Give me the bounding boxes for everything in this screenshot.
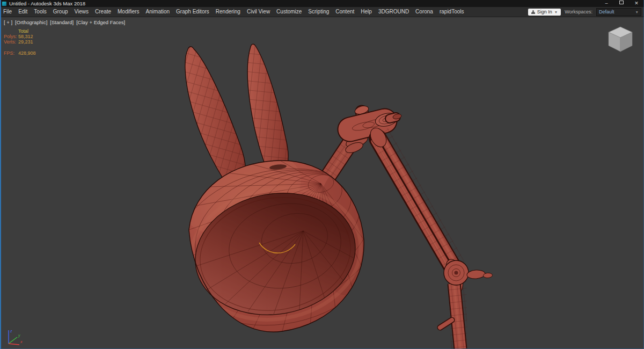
menu-rendering[interactable]: Rendering xyxy=(213,7,244,17)
menu-corona[interactable]: Corona xyxy=(412,7,436,17)
chevron-down-icon: ▼ xyxy=(554,10,558,14)
axis-x-label: x xyxy=(20,340,23,344)
stats-fps-label: FPS: xyxy=(4,50,18,56)
max-window: { "window": { "title": "Untitled - Autod… xyxy=(0,0,644,349)
menu-graph-editors[interactable]: Graph Editors xyxy=(173,7,213,17)
menu-file[interactable]: File xyxy=(0,7,15,17)
lamp-post xyxy=(440,275,469,349)
stats-polys-value: 58,312 xyxy=(18,34,33,39)
viewcube[interactable] xyxy=(603,21,638,56)
window-border-left xyxy=(0,0,1,349)
maximize-button[interactable] xyxy=(614,0,629,7)
stats-verts-value: 29,231 xyxy=(18,39,33,45)
user-icon xyxy=(531,10,535,14)
menu-edit[interactable]: Edit xyxy=(15,7,31,17)
axis-y-label: y xyxy=(18,333,20,338)
menu-animation[interactable]: Animation xyxy=(143,7,173,17)
menubar-right-cluster: Sign In ▼ Workspaces: Default ▼ xyxy=(528,8,644,16)
workspaces-label: Workspaces: xyxy=(565,9,592,14)
viewport-menu-pov[interactable]: [Orthographic] xyxy=(15,19,47,25)
title-bar: Untitled - Autodesk 3ds Max 2018 – ✕ xyxy=(0,0,644,7)
lampshade xyxy=(159,136,401,344)
ear-left xyxy=(185,47,245,183)
workspace-dropdown[interactable]: Default ▼ xyxy=(596,8,641,16)
menu-views[interactable]: Views xyxy=(71,7,92,17)
menu-modifiers[interactable]: Modifiers xyxy=(114,7,143,17)
window-title: Untitled - Autodesk 3ds Max 2018 xyxy=(9,0,85,7)
arm-segment xyxy=(365,125,470,282)
viewport-label: [ + ] [Orthographic] [Standard] [Clay + … xyxy=(4,19,125,25)
minimize-button[interactable]: – xyxy=(599,0,614,7)
axis-z-label: z xyxy=(10,329,12,333)
stats-fps-value: 428,908 xyxy=(18,50,36,56)
menu-civil-view[interactable]: Civil View xyxy=(244,7,273,17)
menu-3dground[interactable]: 3DGROUND xyxy=(375,7,412,17)
menu-customize[interactable]: Customize xyxy=(273,7,305,17)
menu-scripting[interactable]: Scripting xyxy=(305,7,332,17)
menu-content[interactable]: Content xyxy=(332,7,357,17)
menu-rapidtools[interactable]: rapidTools xyxy=(436,7,467,17)
stats-verts-label: Verts: xyxy=(4,39,18,45)
wing-nut xyxy=(466,270,485,279)
statistics-overlay: Total Polys:58,312 Verts:29,231 FPS:428,… xyxy=(4,28,36,56)
menu-create[interactable]: Create xyxy=(92,7,114,17)
menu-bar: File Edit Tools Group Views Create Modif… xyxy=(0,7,644,17)
viewport-menu-shading[interactable]: [Clay + Edged Faces] xyxy=(76,19,125,25)
world-axis-gizmo: z y x xyxy=(2,326,24,348)
restore-icon xyxy=(619,1,624,4)
stats-total-header: Total xyxy=(18,28,28,34)
chevron-down-icon: ▼ xyxy=(635,10,639,14)
stats-polys-label: Polys: xyxy=(4,34,18,39)
menu-group[interactable]: Group xyxy=(50,7,71,17)
menu-help[interactable]: Help xyxy=(357,7,375,17)
app-logo-icon xyxy=(2,2,6,6)
close-button[interactable]: ✕ xyxy=(629,0,644,7)
elbow-joint xyxy=(444,260,493,285)
sign-in-button[interactable]: Sign In ▼ xyxy=(528,9,561,16)
viewport-menu-standard[interactable]: [Standard] xyxy=(50,19,74,25)
viewport-canvas[interactable]: [ + ] [Orthographic] [Standard] [Clay + … xyxy=(0,17,644,349)
ear-right xyxy=(247,44,288,174)
menu-tools[interactable]: Tools xyxy=(31,7,49,17)
lamp-model xyxy=(0,17,644,349)
viewport-menu-general[interactable]: [ + ] xyxy=(4,19,12,25)
window-controls: – ✕ xyxy=(599,0,644,7)
